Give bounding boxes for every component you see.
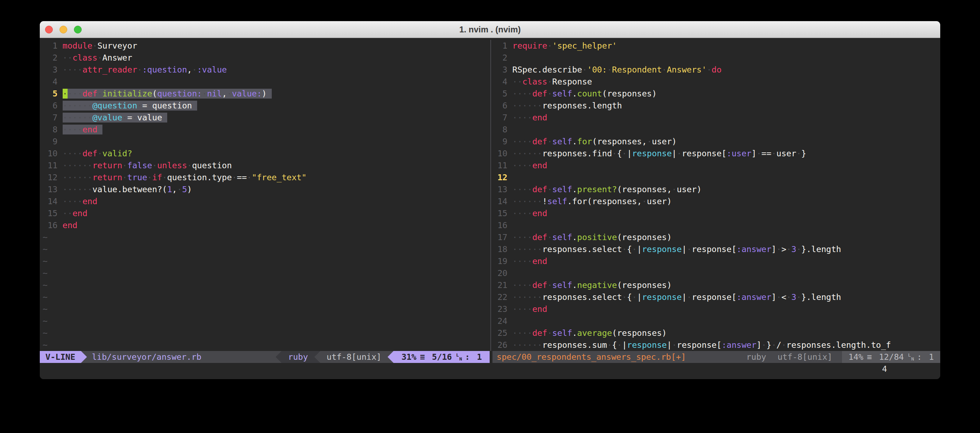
code-line[interactable]: 13······value.between?(1,·5): [43, 183, 490, 195]
code-line[interactable]: 12······return·true·if·question.type·==·…: [43, 172, 490, 183]
code-line[interactable]: 20: [492, 267, 940, 279]
terminal: 1module·Surveyor2··class·Answer3····attr…: [40, 38, 940, 379]
empty-buffer-line: ~: [43, 315, 490, 327]
line-number: 12: [492, 172, 507, 183]
code-line[interactable]: 6······responses.length: [492, 100, 940, 111]
desktop: 1. nvim . (nvim) 1module·Surveyor2··clas…: [0, 0, 980, 433]
command-line[interactable]: 4: [40, 363, 940, 375]
code-line[interactable]: 24: [492, 315, 940, 327]
code-line[interactable]: 14····end: [43, 195, 490, 207]
line-content: ····end: [512, 304, 547, 314]
line-content: ······@value·=·value: [63, 113, 167, 123]
line-number: 19: [492, 255, 507, 267]
line-content: ······responses.select·{·|response|·resp…: [512, 292, 841, 302]
code-line[interactable]: 3RSpec.describe·'00:·Respondent·Answers'…: [492, 64, 940, 76]
line-content: ····end: [512, 209, 547, 218]
scroll-percent: 31%: [401, 351, 416, 363]
code-line[interactable]: 21····def·self.negative(responses): [492, 279, 940, 291]
titlebar[interactable]: 1. nvim . (nvim): [40, 21, 940, 38]
line-number: 1: [492, 40, 507, 52]
line-content: ······responses.length: [512, 101, 622, 111]
line-number: 16: [492, 219, 507, 231]
code-line[interactable]: 19····end: [492, 255, 940, 267]
line-content: ····def·self.for(responses,·user): [512, 137, 677, 146]
line-number: 22: [492, 291, 507, 303]
code-line[interactable]: 3····attr_reader·:question,·:value: [43, 64, 490, 76]
empty-buffer-line: ~: [43, 267, 490, 279]
code-line[interactable]: 9····def·self.for(responses,·user): [492, 135, 940, 148]
line-number: 8: [43, 124, 57, 135]
cursor-position-segment: 31% ≡ 5/16 LN : 1: [393, 351, 490, 363]
line-number-glyph-icon: LN: [908, 353, 914, 361]
line-number: 10: [43, 148, 57, 159]
code-line[interactable]: 2: [492, 52, 940, 64]
code-line[interactable]: 23····end: [492, 303, 940, 315]
code-line[interactable]: 6······@question·=·question: [43, 100, 490, 111]
left-editor-pane[interactable]: 1module·Surveyor2··class·Answer3····attr…: [43, 40, 490, 351]
empty-buffer-line: ~: [43, 279, 490, 291]
right-editor-pane[interactable]: 1require·'spec_helper'23RSpec.describe·'…: [492, 40, 940, 351]
line-number: 7: [43, 111, 57, 124]
code-line[interactable]: 15··end: [43, 207, 490, 219]
tilde-marker: ~: [43, 316, 48, 326]
line-number-glyph-icon: LN: [456, 353, 462, 361]
inactive-file-path: spec/00_respondents_answers_spec.rb[+]: [492, 351, 690, 363]
code-line[interactable]: 17····def·self.positive(responses): [492, 231, 940, 243]
powerline-separator-icon: [81, 351, 87, 363]
code-line[interactable]: 5····def·self.count(responses): [492, 88, 940, 100]
line-number: 26: [492, 339, 507, 351]
line-content: ····end: [512, 256, 547, 266]
code-line[interactable]: 14······!self.for(responses,·user): [492, 195, 940, 207]
line-number: 9: [43, 135, 57, 148]
line-number: 13: [492, 183, 507, 195]
line-content: RSpec.describe·'00:·Respondent·Answers'·…: [512, 65, 722, 75]
code-line[interactable]: 8: [492, 124, 940, 135]
tilde-marker: ~: [43, 232, 48, 242]
code-line[interactable]: 1module·Surveyor: [43, 40, 490, 52]
code-line[interactable]: 1require·'spec_helper': [492, 40, 940, 52]
code-line[interactable]: 16end: [43, 219, 490, 231]
code-line[interactable]: 8····end: [43, 124, 490, 135]
code-line[interactable]: 10····def·valid?: [43, 148, 490, 159]
code-line[interactable]: 12: [492, 172, 940, 183]
code-line[interactable]: 4: [43, 76, 490, 88]
code-line[interactable]: 25····def·self.average(responses): [492, 327, 940, 339]
code-line[interactable]: 5····def·initialize(question:·nil,·value…: [43, 88, 490, 100]
line-number: 6: [492, 100, 507, 111]
code-line[interactable]: 4··class·Response: [492, 76, 940, 88]
line-content: ····def·valid?: [63, 148, 132, 158]
line-number: 13: [43, 183, 57, 195]
code-line[interactable]: 7····end: [492, 111, 940, 124]
code-line[interactable]: 22······responses.select·{·|response|·re…: [492, 291, 940, 303]
tilde-marker: ~: [43, 292, 48, 302]
window-title: 1. nvim . (nvim): [40, 25, 940, 35]
column-number: 1: [929, 351, 934, 363]
code-line[interactable]: 11····end: [492, 159, 940, 172]
line-content: ······responses.select·{·|response|·resp…: [512, 244, 841, 254]
line-number: 9: [492, 135, 507, 148]
line-content: end: [63, 220, 78, 230]
code-line[interactable]: 10······responses.find·{·|response|·resp…: [492, 148, 940, 159]
code-line[interactable]: 7······@value·=·value: [43, 111, 490, 124]
line-content: ······@question·=·question: [63, 101, 197, 111]
code-line[interactable]: 2··class·Answer: [43, 52, 490, 64]
empty-buffer-line: ~: [43, 231, 490, 243]
code-line[interactable]: 16: [492, 219, 940, 231]
code-line[interactable]: 13····def·self.present?(responses,·user): [492, 183, 940, 195]
line-content: ··class·Answer: [63, 53, 132, 63]
separator-line: [490, 40, 491, 351]
code-line[interactable]: 11······return·false·unless·question: [43, 159, 490, 172]
line-number: 17: [492, 231, 507, 243]
code-line[interactable]: 15····end: [492, 207, 940, 219]
tilde-marker: ~: [43, 340, 48, 350]
empty-buffer-line: ~: [43, 339, 490, 351]
line-content: ······return·false·unless·question: [63, 161, 232, 170]
code-line[interactable]: 18······responses.select·{·|response|·re…: [492, 243, 940, 255]
code-line[interactable]: 26······responses.sum·{·|response|·respo…: [492, 339, 940, 351]
line-number: 12: [43, 172, 57, 183]
code-line[interactable]: 9: [43, 135, 490, 148]
window-separator[interactable]: [490, 40, 492, 351]
tilde-marker: ~: [43, 268, 48, 278]
line-number: 3: [492, 64, 507, 76]
tilde-marker: ~: [43, 244, 48, 254]
